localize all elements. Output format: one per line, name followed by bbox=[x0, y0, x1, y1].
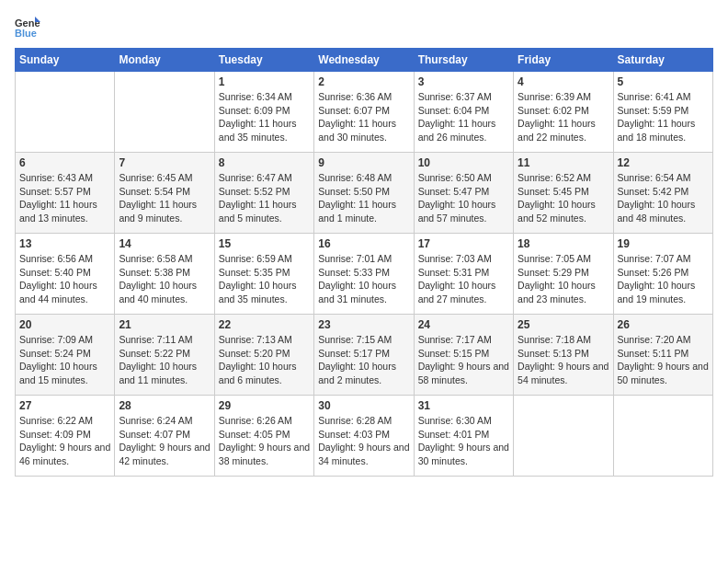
calendar-cell: 4Sunrise: 6:39 AM Sunset: 6:02 PM Daylig… bbox=[514, 72, 613, 153]
day-number: 11 bbox=[518, 156, 609, 169]
calendar-cell: 21Sunrise: 7:11 AM Sunset: 5:22 PM Dayli… bbox=[115, 315, 214, 396]
calendar-cell: 31Sunrise: 6:30 AM Sunset: 4:01 PM Dayli… bbox=[414, 396, 513, 477]
calendar-cell bbox=[115, 72, 214, 153]
day-number: 2 bbox=[318, 75, 409, 88]
calendar-cell: 10Sunrise: 6:50 AM Sunset: 5:47 PM Dayli… bbox=[414, 153, 513, 234]
day-info: Sunrise: 7:05 AM Sunset: 5:29 PM Dayligh… bbox=[518, 252, 609, 306]
day-info: Sunrise: 6:36 AM Sunset: 6:07 PM Dayligh… bbox=[318, 90, 409, 144]
day-info: Sunrise: 7:11 AM Sunset: 5:22 PM Dayligh… bbox=[119, 333, 210, 387]
calendar-day-header: Monday bbox=[115, 49, 214, 72]
day-number: 16 bbox=[318, 237, 409, 250]
day-info: Sunrise: 6:48 AM Sunset: 5:50 PM Dayligh… bbox=[318, 171, 409, 225]
calendar-cell: 19Sunrise: 7:07 AM Sunset: 5:26 PM Dayli… bbox=[613, 234, 712, 315]
day-number: 18 bbox=[518, 237, 609, 250]
day-number: 5 bbox=[618, 75, 709, 88]
calendar-cell: 28Sunrise: 6:24 AM Sunset: 4:07 PM Dayli… bbox=[115, 396, 214, 477]
day-info: Sunrise: 6:24 AM Sunset: 4:07 PM Dayligh… bbox=[119, 414, 210, 468]
calendar-cell: 17Sunrise: 7:03 AM Sunset: 5:31 PM Dayli… bbox=[414, 234, 513, 315]
day-number: 24 bbox=[418, 318, 509, 331]
calendar-cell: 26Sunrise: 7:20 AM Sunset: 5:11 PM Dayli… bbox=[613, 315, 712, 396]
calendar-header-row: SundayMondayTuesdayWednesdayThursdayFrid… bbox=[16, 49, 713, 72]
day-number: 17 bbox=[418, 237, 509, 250]
day-number: 6 bbox=[19, 156, 110, 169]
calendar-cell: 12Sunrise: 6:54 AM Sunset: 5:42 PM Dayli… bbox=[613, 153, 712, 234]
day-number: 19 bbox=[618, 237, 709, 250]
day-number: 22 bbox=[219, 318, 310, 331]
calendar-cell: 23Sunrise: 7:15 AM Sunset: 5:17 PM Dayli… bbox=[314, 315, 414, 396]
day-info: Sunrise: 7:09 AM Sunset: 5:24 PM Dayligh… bbox=[19, 333, 110, 387]
logo-icon: General Blue bbox=[15, 15, 40, 40]
calendar-day-header: Sunday bbox=[16, 49, 115, 72]
calendar-week-row: 20Sunrise: 7:09 AM Sunset: 5:24 PM Dayli… bbox=[16, 315, 713, 396]
day-number: 14 bbox=[119, 237, 210, 250]
calendar-cell: 16Sunrise: 7:01 AM Sunset: 5:33 PM Dayli… bbox=[314, 234, 414, 315]
day-info: Sunrise: 6:52 AM Sunset: 5:45 PM Dayligh… bbox=[518, 171, 609, 225]
calendar-cell bbox=[16, 72, 115, 153]
day-info: Sunrise: 7:07 AM Sunset: 5:26 PM Dayligh… bbox=[618, 252, 709, 306]
calendar-cell: 25Sunrise: 7:18 AM Sunset: 5:13 PM Dayli… bbox=[514, 315, 613, 396]
day-info: Sunrise: 6:43 AM Sunset: 5:57 PM Dayligh… bbox=[19, 171, 110, 225]
day-number: 13 bbox=[19, 237, 110, 250]
day-number: 3 bbox=[418, 75, 509, 88]
calendar-cell: 8Sunrise: 6:47 AM Sunset: 5:52 PM Daylig… bbox=[214, 153, 313, 234]
calendar-week-row: 13Sunrise: 6:56 AM Sunset: 5:40 PM Dayli… bbox=[16, 234, 713, 315]
day-number: 15 bbox=[219, 237, 310, 250]
calendar-cell: 14Sunrise: 6:58 AM Sunset: 5:38 PM Dayli… bbox=[115, 234, 214, 315]
day-info: Sunrise: 6:26 AM Sunset: 4:05 PM Dayligh… bbox=[219, 414, 310, 468]
calendar-cell: 7Sunrise: 6:45 AM Sunset: 5:54 PM Daylig… bbox=[115, 153, 214, 234]
day-number: 30 bbox=[318, 399, 409, 412]
calendar-cell: 6Sunrise: 6:43 AM Sunset: 5:57 PM Daylig… bbox=[16, 153, 115, 234]
day-number: 7 bbox=[119, 156, 210, 169]
calendar-cell: 3Sunrise: 6:37 AM Sunset: 6:04 PM Daylig… bbox=[414, 72, 513, 153]
day-info: Sunrise: 6:58 AM Sunset: 5:38 PM Dayligh… bbox=[119, 252, 210, 306]
calendar-cell: 22Sunrise: 7:13 AM Sunset: 5:20 PM Dayli… bbox=[214, 315, 313, 396]
calendar-cell: 13Sunrise: 6:56 AM Sunset: 5:40 PM Dayli… bbox=[16, 234, 115, 315]
day-info: Sunrise: 7:01 AM Sunset: 5:33 PM Dayligh… bbox=[318, 252, 409, 306]
header: General Blue bbox=[15, 15, 713, 40]
calendar-cell bbox=[613, 396, 712, 477]
day-number: 31 bbox=[418, 399, 509, 412]
calendar-day-header: Tuesday bbox=[214, 49, 313, 72]
calendar-week-row: 27Sunrise: 6:22 AM Sunset: 4:09 PM Dayli… bbox=[16, 396, 713, 477]
calendar-cell: 2Sunrise: 6:36 AM Sunset: 6:07 PM Daylig… bbox=[314, 72, 414, 153]
calendar-cell: 18Sunrise: 7:05 AM Sunset: 5:29 PM Dayli… bbox=[514, 234, 613, 315]
day-info: Sunrise: 6:34 AM Sunset: 6:09 PM Dayligh… bbox=[219, 90, 310, 144]
day-info: Sunrise: 7:15 AM Sunset: 5:17 PM Dayligh… bbox=[318, 333, 409, 387]
calendar-cell: 24Sunrise: 7:17 AM Sunset: 5:15 PM Dayli… bbox=[414, 315, 513, 396]
calendar-day-header: Saturday bbox=[613, 49, 712, 72]
day-info: Sunrise: 7:18 AM Sunset: 5:13 PM Dayligh… bbox=[518, 333, 609, 387]
day-info: Sunrise: 6:54 AM Sunset: 5:42 PM Dayligh… bbox=[618, 171, 709, 225]
day-number: 4 bbox=[518, 75, 609, 88]
svg-text:Blue: Blue bbox=[15, 28, 37, 39]
logo: General Blue bbox=[15, 15, 40, 40]
day-info: Sunrise: 7:20 AM Sunset: 5:11 PM Dayligh… bbox=[618, 333, 709, 387]
day-info: Sunrise: 6:28 AM Sunset: 4:03 PM Dayligh… bbox=[318, 414, 409, 468]
day-info: Sunrise: 7:17 AM Sunset: 5:15 PM Dayligh… bbox=[418, 333, 509, 387]
day-number: 12 bbox=[618, 156, 709, 169]
day-info: Sunrise: 6:41 AM Sunset: 5:59 PM Dayligh… bbox=[618, 90, 709, 144]
day-info: Sunrise: 7:13 AM Sunset: 5:20 PM Dayligh… bbox=[219, 333, 310, 387]
calendar-day-header: Friday bbox=[514, 49, 613, 72]
calendar-cell: 29Sunrise: 6:26 AM Sunset: 4:05 PM Dayli… bbox=[214, 396, 313, 477]
day-info: Sunrise: 6:39 AM Sunset: 6:02 PM Dayligh… bbox=[518, 90, 609, 144]
day-info: Sunrise: 6:56 AM Sunset: 5:40 PM Dayligh… bbox=[19, 252, 110, 306]
day-info: Sunrise: 6:22 AM Sunset: 4:09 PM Dayligh… bbox=[19, 414, 110, 468]
calendar-day-header: Wednesday bbox=[314, 49, 414, 72]
day-info: Sunrise: 6:50 AM Sunset: 5:47 PM Dayligh… bbox=[418, 171, 509, 225]
day-number: 26 bbox=[618, 318, 709, 331]
day-info: Sunrise: 6:30 AM Sunset: 4:01 PM Dayligh… bbox=[418, 414, 509, 468]
calendar-day-header: Thursday bbox=[414, 49, 513, 72]
day-info: Sunrise: 6:59 AM Sunset: 5:35 PM Dayligh… bbox=[219, 252, 310, 306]
day-number: 25 bbox=[518, 318, 609, 331]
day-number: 21 bbox=[119, 318, 210, 331]
day-number: 28 bbox=[119, 399, 210, 412]
day-number: 29 bbox=[219, 399, 310, 412]
calendar-week-row: 6Sunrise: 6:43 AM Sunset: 5:57 PM Daylig… bbox=[16, 153, 713, 234]
day-number: 23 bbox=[318, 318, 409, 331]
calendar-cell: 11Sunrise: 6:52 AM Sunset: 5:45 PM Dayli… bbox=[514, 153, 613, 234]
calendar-cell: 30Sunrise: 6:28 AM Sunset: 4:03 PM Dayli… bbox=[314, 396, 414, 477]
day-info: Sunrise: 7:03 AM Sunset: 5:31 PM Dayligh… bbox=[418, 252, 509, 306]
calendar-table: SundayMondayTuesdayWednesdayThursdayFrid… bbox=[15, 48, 713, 477]
calendar-cell: 20Sunrise: 7:09 AM Sunset: 5:24 PM Dayli… bbox=[16, 315, 115, 396]
calendar-week-row: 1Sunrise: 6:34 AM Sunset: 6:09 PM Daylig… bbox=[16, 72, 713, 153]
